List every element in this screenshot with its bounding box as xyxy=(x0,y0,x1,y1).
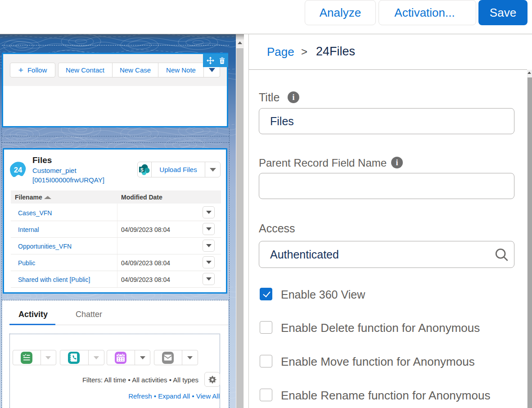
svg-text:S: S xyxy=(140,167,144,172)
svg-text:24: 24 xyxy=(14,166,23,174)
